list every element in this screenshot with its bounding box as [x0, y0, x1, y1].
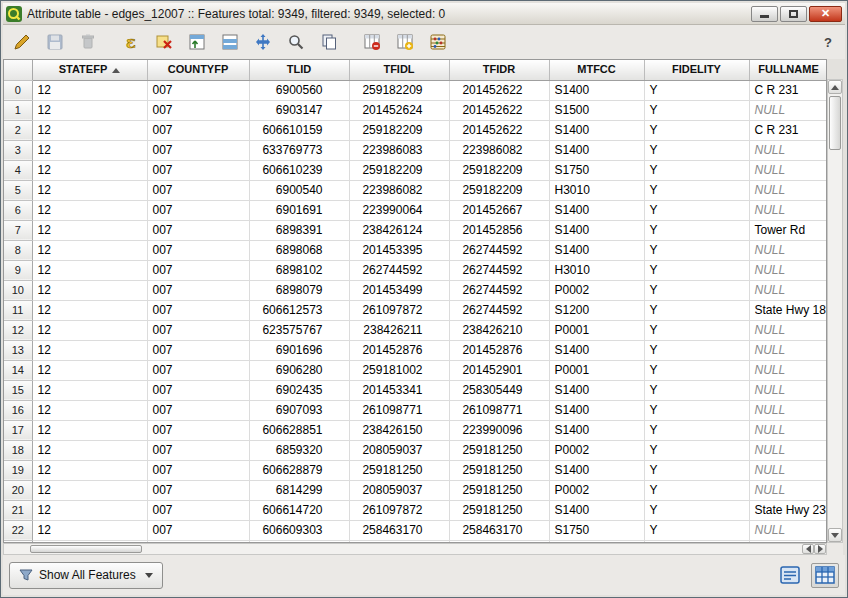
form-view-button[interactable] — [776, 563, 804, 588]
delete-column-button[interactable] — [358, 29, 385, 56]
row-header[interactable]: 7 — [4, 220, 32, 240]
cell[interactable]: S1500 — [549, 100, 644, 120]
cell[interactable]: 238426124 — [349, 220, 449, 240]
cell[interactable]: 238426150 — [349, 420, 449, 440]
cell[interactable]: 12 — [32, 160, 147, 180]
row-header[interactable]: 21 — [4, 500, 32, 520]
cell[interactable]: Y — [644, 140, 749, 160]
cell[interactable]: 606628851 — [249, 420, 349, 440]
horizontal-scroll-thumb[interactable] — [30, 545, 142, 553]
column-header-tfidl[interactable]: TFIDL — [349, 60, 449, 80]
cell[interactable]: 12 — [32, 300, 147, 320]
cell[interactable]: 6900540 — [249, 180, 349, 200]
column-header-fullname[interactable]: FULLNAME — [749, 60, 827, 80]
row-header[interactable]: 17 — [4, 420, 32, 440]
cell[interactable]: 208059037 — [349, 480, 449, 500]
cell[interactable]: 238426210 — [449, 320, 549, 340]
cell[interactable]: 12 — [32, 420, 147, 440]
cell[interactable]: S1400 — [549, 220, 644, 240]
cell[interactable]: 007 — [147, 320, 249, 340]
row-header[interactable]: 12 — [4, 320, 32, 340]
cell[interactable]: 262744592 — [449, 280, 549, 300]
cell[interactable]: Y — [644, 80, 749, 100]
cell[interactable]: 6898079 — [249, 280, 349, 300]
row-header[interactable]: 6 — [4, 200, 32, 220]
cell[interactable]: 201452876 — [349, 340, 449, 360]
cell[interactable]: 258463170 — [449, 520, 549, 540]
cell[interactable]: S1400 — [549, 460, 644, 480]
cell[interactable]: 007 — [147, 360, 249, 380]
cell[interactable]: NULL — [749, 420, 827, 440]
cell[interactable]: S1400 — [549, 400, 644, 420]
cell[interactable]: 201452856 — [449, 220, 549, 240]
scroll-up-button[interactable] — [828, 80, 842, 94]
delete-selected-features-button[interactable] — [74, 29, 101, 56]
cell[interactable]: 12 — [32, 220, 147, 240]
cell[interactable]: 6907093 — [249, 400, 349, 420]
cell[interactable]: Y — [644, 420, 749, 440]
cell[interactable]: 223986082 — [349, 180, 449, 200]
cell[interactable]: 12 — [32, 100, 147, 120]
cell[interactable]: 6906280 — [249, 360, 349, 380]
cell[interactable]: 12 — [32, 260, 147, 280]
cell[interactable]: 007 — [147, 280, 249, 300]
cell[interactable]: NULL — [749, 200, 827, 220]
cell[interactable]: S1400 — [549, 120, 644, 140]
cell[interactable]: 007 — [147, 400, 249, 420]
cell[interactable]: 606614720 — [249, 500, 349, 520]
cell[interactable]: 007 — [147, 300, 249, 320]
column-header-statefp[interactable]: STATEFP — [32, 60, 147, 80]
cell[interactable]: C R 231 — [749, 80, 827, 100]
cell[interactable]: 606612573 — [249, 300, 349, 320]
cell[interactable]: 259182209 — [349, 120, 449, 140]
toggle-editing-button[interactable] — [8, 29, 35, 56]
cell[interactable]: Y — [644, 320, 749, 340]
cell[interactable]: 6903147 — [249, 100, 349, 120]
cell[interactable]: 223986083 — [349, 140, 449, 160]
help-button[interactable]: ? — [824, 35, 832, 50]
cell[interactable]: Y — [644, 520, 749, 540]
cell[interactable]: 259181250 — [349, 460, 449, 480]
cell[interactable]: NULL — [749, 100, 827, 120]
pan-to-selected-button[interactable] — [249, 29, 276, 56]
cell[interactable]: 12 — [32, 200, 147, 220]
cell[interactable]: 261098771 — [349, 400, 449, 420]
cell[interactable]: 12 — [32, 360, 147, 380]
cell[interactable]: 259181250 — [449, 440, 549, 460]
cell[interactable]: P0001 — [549, 320, 644, 340]
cell[interactable]: 6900560 — [249, 80, 349, 100]
vertical-scrollbar[interactable] — [827, 79, 843, 543]
save-edits-button[interactable] — [41, 29, 68, 56]
cell[interactable]: NULL — [749, 400, 827, 420]
cell[interactable]: 007 — [147, 80, 249, 100]
row-header[interactable]: 14 — [4, 360, 32, 380]
row-header[interactable]: 0 — [4, 80, 32, 100]
cell[interactable]: 12 — [32, 280, 147, 300]
new-column-button[interactable] — [391, 29, 418, 56]
cell[interactable]: Y — [644, 260, 749, 280]
cell[interactable]: Y — [644, 200, 749, 220]
cell[interactable]: NULL — [749, 460, 827, 480]
cell[interactable]: 6902435 — [249, 380, 349, 400]
column-header-tfidr[interactable]: TFIDR — [449, 60, 549, 80]
cell[interactable]: NULL — [749, 340, 827, 360]
cell[interactable]: 259182209 — [349, 80, 449, 100]
cell[interactable]: NULL — [749, 480, 827, 500]
cell[interactable]: 623575767 — [249, 320, 349, 340]
cell[interactable]: 12 — [32, 80, 147, 100]
cell[interactable]: S1400 — [549, 340, 644, 360]
cell[interactable]: 259182209 — [449, 160, 549, 180]
close-button[interactable]: ✕ — [809, 6, 842, 22]
cell[interactable]: S1400 — [549, 140, 644, 160]
cell[interactable]: 007 — [147, 520, 249, 540]
cell[interactable]: NULL — [749, 180, 827, 200]
cell[interactable]: Y — [644, 180, 749, 200]
cell[interactable]: 12 — [32, 460, 147, 480]
cell[interactable]: 606628879 — [249, 460, 349, 480]
cell[interactable]: 12 — [32, 380, 147, 400]
cell[interactable]: H3010 — [549, 260, 644, 280]
row-header[interactable]: 4 — [4, 160, 32, 180]
row-header[interactable]: 15 — [4, 380, 32, 400]
cell[interactable]: Y — [644, 340, 749, 360]
column-header-tlid[interactable]: TLID — [249, 60, 349, 80]
